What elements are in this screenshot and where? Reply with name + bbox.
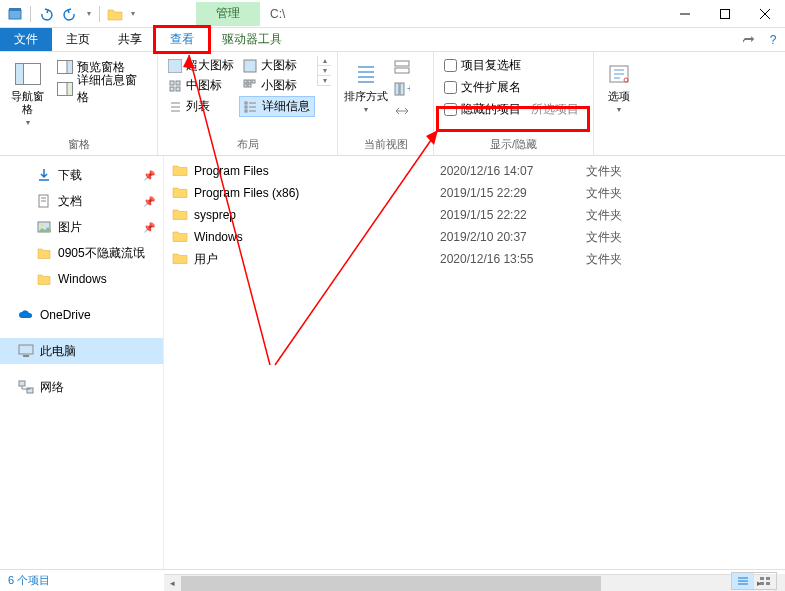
view-mode-toggle[interactable] xyxy=(731,572,777,590)
folder-icon xyxy=(172,163,188,179)
chevron-down-icon: ▾ xyxy=(26,118,30,127)
details-pane-button[interactable]: 详细信息窗格 xyxy=(53,78,151,100)
file-name: Windows xyxy=(194,230,440,244)
folder-icon xyxy=(172,185,188,201)
gallery-scroll[interactable]: ▴▾▾ xyxy=(317,56,331,86)
size-columns-button[interactable] xyxy=(390,100,414,122)
layout-details[interactable]: 详细信息 xyxy=(239,96,315,117)
view-thumbnails-icon[interactable] xyxy=(754,573,776,589)
svg-rect-50 xyxy=(19,345,33,354)
checkbox-hidden-items[interactable]: 隐藏的项目 xyxy=(440,98,525,120)
file-row[interactable]: Program Files (x86)2019/1/15 22:29文件夹 xyxy=(164,182,785,204)
ribbon-tabs: 文件 主页 共享 查看 驱动器工具 ⮫ ? xyxy=(0,28,785,52)
add-columns-button[interactable]: + xyxy=(390,78,414,100)
file-list-view[interactable]: Program Files2020/12/16 14:07文件夹Program … xyxy=(164,156,785,569)
nav-tree[interactable]: 下载📌 文档📌 图片📌 0905不隐藏流氓 Windows OneDrive 此… xyxy=(0,156,164,569)
svg-rect-17 xyxy=(176,87,180,91)
collapse-ribbon-icon[interactable]: ⮫ xyxy=(737,28,761,51)
svg-rect-14 xyxy=(170,81,174,85)
tree-item-documents[interactable]: 文档📌 xyxy=(0,188,163,214)
tab-home[interactable]: 主页 xyxy=(52,28,104,51)
tab-drive-tools[interactable]: 驱动器工具 xyxy=(208,28,296,51)
folder-icon xyxy=(172,207,188,223)
ribbon-view: 导航窗格 ▾ 预览窗格 详细信息窗格 窗格 超大图标 大图标 中图标 xyxy=(0,52,785,156)
file-row[interactable]: sysprep2019/1/15 22:22文件夹 xyxy=(164,204,785,226)
layout-medium[interactable]: 中图标 xyxy=(164,76,238,95)
maximize-button[interactable] xyxy=(705,0,745,28)
svg-rect-22 xyxy=(248,84,251,87)
folder-up-icon[interactable] xyxy=(104,3,126,25)
preview-pane-icon xyxy=(57,59,73,75)
folder-icon xyxy=(172,251,188,267)
file-date: 2020/12/16 14:07 xyxy=(440,164,586,178)
status-bar: 6 个项目 xyxy=(0,569,785,591)
network-icon xyxy=(18,379,34,395)
undo-icon[interactable] xyxy=(35,3,57,25)
minimize-button[interactable] xyxy=(665,0,705,28)
svg-rect-38 xyxy=(395,83,399,95)
gallery-more-icon[interactable]: ▾ xyxy=(318,76,331,86)
tree-item-custom-folder2[interactable]: Windows xyxy=(0,266,163,292)
sort-button[interactable]: 排序方式 ▾ xyxy=(344,56,388,114)
checkbox-ext[interactable] xyxy=(444,81,457,94)
tree-item-downloads[interactable]: 下载📌 xyxy=(0,162,163,188)
svg-rect-11 xyxy=(67,83,73,96)
svg-rect-58 xyxy=(766,577,770,580)
file-row[interactable]: Windows2019/2/10 20:37文件夹 xyxy=(164,226,785,248)
view-details-icon[interactable] xyxy=(732,573,754,589)
help-icon[interactable]: ? xyxy=(761,28,785,51)
layout-gallery[interactable]: 超大图标 大图标 中图标 小图标 列表 详细信息 xyxy=(164,56,315,117)
tree-item-network[interactable]: 网络 xyxy=(0,374,163,400)
layout-small[interactable]: 小图标 xyxy=(239,76,315,95)
pin-icon: 📌 xyxy=(143,222,155,233)
layout-extra-large[interactable]: 超大图标 xyxy=(164,56,238,75)
gallery-down-icon[interactable]: ▾ xyxy=(318,66,331,76)
svg-rect-52 xyxy=(19,381,25,386)
checkbox-file-extensions[interactable]: 文件扩展名 xyxy=(440,76,525,98)
file-row[interactable]: 用户2020/12/16 13:55文件夹 xyxy=(164,248,785,270)
onedrive-icon xyxy=(18,307,34,323)
svg-rect-21 xyxy=(244,84,247,87)
ribbon-group-show-hide: 项目复选框 文件扩展名 隐藏的项目 所选项目 显示/隐藏 xyxy=(434,52,594,155)
svg-point-49 xyxy=(41,224,44,227)
checkbox-checkboxes[interactable] xyxy=(444,59,457,72)
tree-item-pictures[interactable]: 图片📌 xyxy=(0,214,163,240)
group-by-button[interactable] xyxy=(390,56,414,78)
svg-rect-16 xyxy=(170,87,174,91)
tab-view[interactable]: 查看 xyxy=(156,28,208,51)
tree-item-onedrive[interactable]: OneDrive xyxy=(0,302,163,328)
layout-list[interactable]: 列表 xyxy=(164,96,238,117)
options-button[interactable]: 选项 ▾ xyxy=(600,56,638,114)
svg-rect-12 xyxy=(168,59,182,73)
tab-share[interactable]: 共享 xyxy=(104,28,156,51)
options-icon xyxy=(605,60,633,88)
tree-item-this-pc[interactable]: 此电脑 xyxy=(0,338,163,364)
file-date: 2019/1/15 22:22 xyxy=(440,208,586,222)
context-tab-manage[interactable]: 管理 xyxy=(196,2,260,26)
qat-dropdown2-icon[interactable]: ▾ xyxy=(128,3,138,25)
details-pane-icon xyxy=(57,81,73,97)
file-type: 文件夹 xyxy=(586,207,622,224)
qat-dropdown-icon[interactable]: ▾ xyxy=(83,3,95,25)
nav-pane-button[interactable]: 导航窗格 ▾ xyxy=(6,56,49,127)
close-button[interactable] xyxy=(745,0,785,28)
file-name: sysprep xyxy=(194,208,440,222)
layout-large[interactable]: 大图标 xyxy=(239,56,315,75)
checkbox-hidden[interactable] xyxy=(444,103,457,116)
svg-rect-19 xyxy=(248,80,251,83)
app-icon[interactable] xyxy=(4,3,26,25)
svg-rect-13 xyxy=(244,60,256,72)
chevron-down-icon: ▾ xyxy=(364,105,368,114)
svg-rect-30 xyxy=(245,110,247,112)
tab-file[interactable]: 文件 xyxy=(0,28,52,51)
svg-rect-26 xyxy=(245,102,247,104)
gallery-up-icon[interactable]: ▴ xyxy=(318,56,331,66)
tree-item-custom-folder1[interactable]: 0905不隐藏流氓 xyxy=(0,240,163,266)
svg-rect-0 xyxy=(9,10,21,19)
hide-selected-button[interactable]: 所选项目 xyxy=(525,98,585,120)
file-type: 文件夹 xyxy=(586,251,622,268)
checkbox-item-checkboxes[interactable]: 项目复选框 xyxy=(440,54,525,76)
redo-icon[interactable] xyxy=(59,3,81,25)
ribbon-group-current-view: 排序方式 ▾ + 当前视图 xyxy=(338,52,434,155)
file-row[interactable]: Program Files2020/12/16 14:07文件夹 xyxy=(164,160,785,182)
